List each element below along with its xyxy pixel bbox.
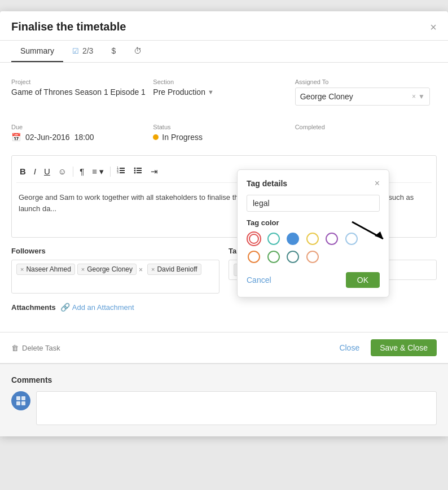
status-label: Status <box>153 124 288 130</box>
completed-field: Completed <box>295 119 437 146</box>
ordered-list-button[interactable]: 1.2.3. <box>113 164 129 179</box>
section-select[interactable]: Pre Production ▼ <box>153 88 288 97</box>
tag-popup: Tag details × Tag color <box>237 169 389 298</box>
color-blue-selected[interactable] <box>286 231 300 246</box>
assigned-dropdown-icon[interactable]: ▼ <box>418 93 425 100</box>
remove-follower-naseer[interactable]: × <box>20 266 24 273</box>
modal-header: Finalise the timetable × <box>0 11 448 41</box>
emoji-button[interactable]: ☺ <box>55 164 70 178</box>
svg-rect-6 <box>137 168 142 169</box>
toolbar-divider-2 <box>110 167 111 177</box>
color-teal[interactable] <box>266 231 281 246</box>
popup-title: Tag details <box>247 179 287 188</box>
followers-clear-all[interactable]: × <box>139 266 143 274</box>
modal-close-button[interactable]: × <box>430 21 437 33</box>
followers-container: × Naseer Ahmed × George Cloney × × David… <box>11 260 219 294</box>
svg-rect-14 <box>16 401 20 405</box>
tab-summary[interactable]: Summary <box>11 41 63 62</box>
popup-actions: Cancel OK <box>247 272 380 288</box>
remove-follower-george[interactable]: × <box>81 266 85 273</box>
underline-button[interactable]: U <box>41 164 54 178</box>
assigned-clear-icon[interactable]: × <box>412 93 416 100</box>
toolbar-divider-1 <box>73 167 73 177</box>
color-green[interactable] <box>266 250 281 264</box>
form-row-1: Project Game of Thrones Season 1 Episode… <box>11 74 437 110</box>
italic-button[interactable]: I <box>30 164 39 178</box>
checklist-check-icon: ☑ <box>72 47 79 55</box>
color-light-blue[interactable] <box>344 231 359 246</box>
delete-task-button[interactable]: 🗑 Delete Task <box>11 344 60 352</box>
due-field: Due 📅 02-Jun-2016 18:00 <box>11 119 153 146</box>
color-grid <box>247 231 380 264</box>
footer-right: Close Save & Close <box>332 339 437 356</box>
tab-time-label: ⏱ <box>134 46 142 55</box>
popup-close-button[interactable]: × <box>375 179 380 188</box>
due-time-value: 18:00 <box>74 133 94 142</box>
delete-task-label: Delete Task <box>22 344 60 352</box>
color-light-orange[interactable] <box>305 250 320 264</box>
comments-section: Comments <box>0 364 448 436</box>
attachments-row: Attachments 🔗 Add an Attachment <box>11 303 437 312</box>
save-close-button[interactable]: Save & Close <box>371 339 437 356</box>
popup-cancel-button[interactable]: Cancel <box>247 275 271 285</box>
section-field: Section Pre Production ▼ <box>153 74 295 110</box>
due-label: Due <box>11 124 146 130</box>
svg-rect-15 <box>21 401 25 405</box>
tab-budget[interactable]: $ <box>102 41 125 62</box>
form-row-2: Due 📅 02-Jun-2016 18:00 Status In Progre… <box>11 119 437 146</box>
bold-button[interactable]: B <box>16 164 29 178</box>
modal-title: Finalise the timetable <box>11 20 126 33</box>
paragraph-button[interactable]: ¶ <box>76 164 87 178</box>
avatar-icon <box>15 395 27 406</box>
color-yellow[interactable] <box>305 231 320 246</box>
modal-footer: 🗑 Delete Task Close Save & Close <box>0 332 448 363</box>
unordered-list-button[interactable] <box>130 164 146 179</box>
tab-checklist[interactable]: ☑ 2/3 <box>63 41 102 62</box>
section-value: Pre Production <box>153 88 205 97</box>
follower-name-naseer: Naseer Ahmed <box>26 265 71 273</box>
tab-summary-label: Summary <box>20 46 54 55</box>
status-field: Status In Progress <box>153 119 295 146</box>
section-label: Section <box>153 78 288 85</box>
assigned-select[interactable]: George Cloney × ▼ <box>295 88 430 106</box>
comments-title: Comments <box>11 375 437 384</box>
remove-follower-david[interactable]: × <box>151 266 155 273</box>
close-button[interactable]: Close <box>332 340 366 356</box>
project-field: Project Game of Thrones Season 1 Episode… <box>11 74 153 110</box>
project-label: Project <box>11 78 146 85</box>
tab-time[interactable]: ⏱ <box>125 41 151 62</box>
svg-rect-7 <box>137 170 142 171</box>
attachments-label: Attachments <box>11 303 56 312</box>
status-dot-icon <box>153 134 159 140</box>
project-value: Game of Thrones Season 1 Episode 1 <box>11 88 146 97</box>
user-avatar <box>11 391 30 410</box>
due-value-row[interactable]: 📅 02-Jun-2016 18:00 <box>11 133 146 142</box>
svg-text:3.: 3. <box>117 170 119 174</box>
comment-input[interactable] <box>36 391 437 425</box>
popup-ok-button[interactable]: OK <box>346 272 380 288</box>
paperclip-icon: 🔗 <box>60 303 70 312</box>
assigned-value: George Cloney <box>300 92 353 101</box>
tag-name-input[interactable] <box>247 195 380 212</box>
svg-rect-0 <box>120 168 125 169</box>
assigned-actions: × ▼ <box>412 93 425 100</box>
indent-button[interactable]: ⇥ <box>147 164 161 179</box>
followers-label: Followers <box>11 247 219 255</box>
add-attachment-label: Add an Attachment <box>72 303 134 312</box>
color-dark-teal[interactable] <box>286 250 300 264</box>
color-orange[interactable] <box>247 250 261 264</box>
svg-rect-1 <box>120 170 125 171</box>
align-button[interactable]: ≡ ▾ <box>89 164 107 179</box>
follower-tag-naseer: × Naseer Ahmed <box>16 264 75 275</box>
follower-tag-george: × George Cloney <box>77 264 137 275</box>
assigned-label: Assigned To <box>295 78 430 85</box>
svg-rect-13 <box>21 396 25 400</box>
completed-label: Completed <box>295 124 430 130</box>
follower-name-george: George Cloney <box>87 265 133 273</box>
tab-budget-label: $ <box>111 46 116 55</box>
color-purple[interactable] <box>324 231 339 246</box>
status-value-row: In Progress <box>153 133 288 142</box>
color-red[interactable] <box>247 231 261 246</box>
add-attachment-link[interactable]: 🔗 Add an Attachment <box>60 303 134 312</box>
popup-header: Tag details × <box>247 179 380 188</box>
